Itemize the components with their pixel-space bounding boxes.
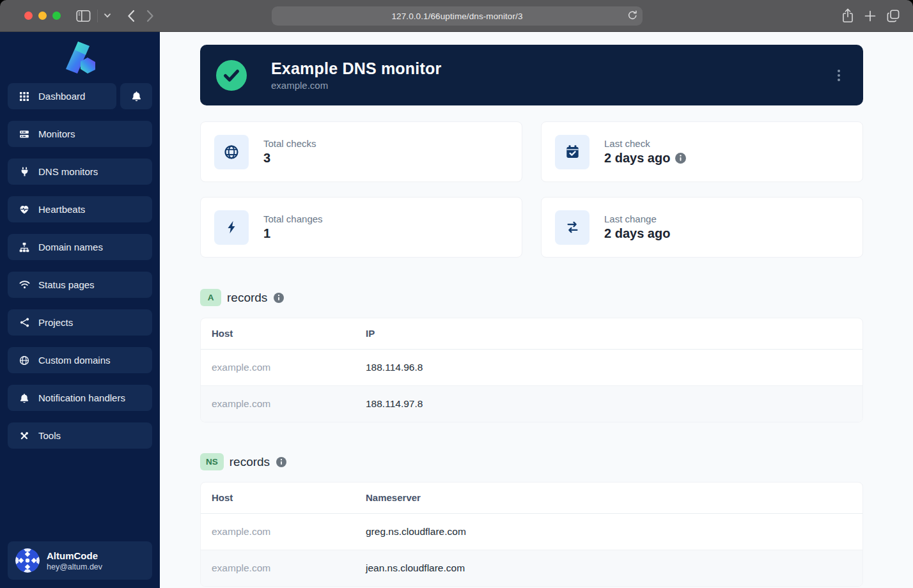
user-profile-card[interactable]: AltumCode hey@altum.dev xyxy=(8,541,152,580)
sidebar-item-tools[interactable]: Tools xyxy=(8,422,152,449)
browser-window: 127.0.0.1/66uptime/dns-monitor/3 xyxy=(0,0,913,588)
record-value: greg.ns.cloudflare.com xyxy=(355,513,862,550)
plug-icon xyxy=(19,167,30,176)
record-value: 188.114.96.8 xyxy=(355,349,862,385)
notifications-bell-button[interactable] xyxy=(120,83,152,109)
sidebar-item-status-pages[interactable]: Status pages xyxy=(8,272,152,298)
forward-button[interactable] xyxy=(146,10,154,22)
monitor-header-card: Example DNS monitor example.com xyxy=(200,45,863,105)
exchange-icon xyxy=(555,210,589,245)
stat-value: 1 xyxy=(263,226,323,241)
sidebar-item-label: Projects xyxy=(38,317,73,328)
sidebar: Dashboard xyxy=(0,32,160,588)
tools-icon xyxy=(19,431,30,441)
section-title-text: records xyxy=(227,291,267,305)
bolt-icon xyxy=(214,210,249,245)
chevron-down-icon[interactable] xyxy=(102,11,113,20)
record-host: example.com xyxy=(201,349,355,385)
sidebar-item-monitors[interactable]: Monitors xyxy=(8,121,152,147)
share-icon[interactable] xyxy=(841,8,854,24)
stat-label: Last check xyxy=(604,138,686,149)
record-host: example.com xyxy=(201,550,355,586)
bell-icon xyxy=(19,393,30,403)
record-value: 188.114.97.8 xyxy=(355,385,862,422)
stat-label: Total changes xyxy=(263,213,323,224)
globe-icon xyxy=(214,135,249,169)
record-value: jean.ns.cloudflare.com xyxy=(355,550,862,586)
column-header: Host xyxy=(201,318,355,349)
info-icon[interactable] xyxy=(675,153,686,164)
record-type-badge: A xyxy=(200,289,221,306)
minimize-window-button[interactable] xyxy=(38,12,47,20)
main-content: Example DNS monitor example.com xyxy=(160,32,913,588)
sidebar-item-label: Heartbeats xyxy=(38,204,85,215)
new-tab-icon[interactable] xyxy=(864,10,876,22)
toolbar-divider xyxy=(97,10,98,22)
a-records-table: Host IP example.com 188.114.96.8 example… xyxy=(200,318,863,422)
sidebar-item-label: Domain names xyxy=(38,242,103,252)
record-host: example.com xyxy=(201,513,355,550)
ns-records-table: Host Nameserver example.com greg.ns.clou… xyxy=(200,482,863,587)
close-window-button[interactable] xyxy=(24,12,33,20)
stat-card-total-checks: Total checks 3 xyxy=(200,121,522,182)
page-title: Example DNS monitor xyxy=(271,59,441,78)
sidebar-item-label: Dashboard xyxy=(38,91,85,102)
table-row: example.com 188.114.97.8 xyxy=(201,385,862,422)
heart-pulse-icon xyxy=(19,205,30,215)
record-type-badge: NS xyxy=(200,453,224,470)
sidebar-item-label: Tools xyxy=(38,430,61,441)
record-host: example.com xyxy=(201,385,355,422)
zoom-window-button[interactable] xyxy=(52,12,61,20)
sidebar-item-projects[interactable]: Projects xyxy=(8,309,152,336)
check-icon xyxy=(216,60,247,91)
tab-overview-icon[interactable] xyxy=(886,9,900,23)
stat-card-last-check: Last check 2 days ago xyxy=(541,121,863,182)
calendar-check-icon xyxy=(555,135,589,169)
globe-icon xyxy=(19,355,30,366)
sidebar-item-dashboard[interactable]: Dashboard xyxy=(8,83,116,109)
traffic-lights xyxy=(24,12,61,20)
table-header-row: Host IP xyxy=(201,318,862,349)
a-records-section-title: A records xyxy=(200,289,863,306)
stat-value: 2 days ago xyxy=(604,226,670,241)
back-button[interactable] xyxy=(127,10,135,22)
sidebar-item-custom-domains[interactable]: Custom domains xyxy=(8,347,152,373)
sidebar-item-label: Status pages xyxy=(38,279,95,290)
bell-icon xyxy=(131,91,142,102)
column-header: Nameserver xyxy=(355,483,862,513)
info-icon[interactable] xyxy=(274,293,284,303)
stat-label: Total checks xyxy=(263,138,316,149)
sidebar-item-heartbeats[interactable]: Heartbeats xyxy=(8,196,152,222)
stats-grid: Total checks 3 xyxy=(200,121,863,258)
stat-card-total-changes: Total changes 1 xyxy=(200,197,522,258)
url-text: 127.0.0.1/66uptime/dns-monitor/3 xyxy=(391,12,522,21)
stat-value: 3 xyxy=(263,151,316,166)
section-title-text: records xyxy=(230,455,270,469)
info-icon[interactable] xyxy=(276,457,286,467)
stat-card-last-change: Last change 2 days ago xyxy=(541,197,863,258)
avatar xyxy=(15,548,40,573)
table-row: example.com greg.ns.cloudflare.com xyxy=(201,513,862,550)
monitor-actions-menu-button[interactable] xyxy=(834,66,844,85)
server-icon xyxy=(19,129,30,139)
sidebar-item-dns-monitors[interactable]: DNS monitors xyxy=(8,159,152,185)
sidebar-item-label: Monitors xyxy=(38,128,75,139)
sidebar-item-domain-names[interactable]: Domain names xyxy=(8,234,152,260)
wifi-icon xyxy=(19,280,30,290)
sitemap-icon xyxy=(19,242,30,252)
table-row: example.com 188.114.96.8 xyxy=(201,349,862,385)
status-up-indicator xyxy=(216,60,247,91)
url-bar[interactable]: 127.0.0.1/66uptime/dns-monitor/3 xyxy=(272,6,643,26)
reload-icon[interactable] xyxy=(627,10,637,21)
sidebar-item-label: Custom domains xyxy=(38,355,111,366)
sidebar-toggle-icon[interactable] xyxy=(76,10,91,22)
sidebar-item-notification-handlers[interactable]: Notification handlers xyxy=(8,385,152,411)
sidebar-item-label: Notification handlers xyxy=(38,392,125,403)
table-header-row: Host Nameserver xyxy=(201,483,862,513)
monitor-hostname: example.com xyxy=(271,80,441,91)
app-logo[interactable] xyxy=(8,32,152,83)
sidebar-item-label: DNS monitors xyxy=(38,166,98,177)
column-header: IP xyxy=(355,318,862,349)
grid-icon xyxy=(19,91,30,102)
stat-label: Last change xyxy=(604,213,670,224)
